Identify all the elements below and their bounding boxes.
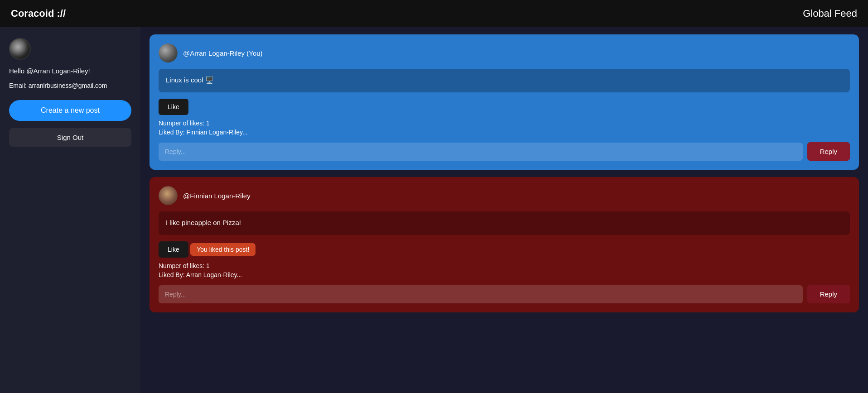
reply-button[interactable]: Reply [807,285,850,303]
main-layout: Hello @Arran Logan-Riley! Email: arranlr… [0,27,868,393]
post-avatar [159,186,178,205]
global-feed: @Arran Logan-Riley (You) Linux is cool 🖥… [140,27,868,393]
liked-by: Liked By: Finnian Logan-Riley... [159,129,850,136]
liked-badge: You liked this post! [190,243,256,256]
post-header: @Arran Logan-Riley (You) [159,43,850,62]
app-title: Coracoid :// [11,8,66,19]
create-new-post-button[interactable]: Create a new post [9,100,131,121]
avatar-person-icon [159,186,178,205]
reply-area: Reply [159,142,850,161]
likes-count: Numper of likes: 1 [159,120,850,127]
avatar-moon-icon [10,39,30,59]
post-card: @Arran Logan-Riley (You) Linux is cool 🖥… [149,34,859,170]
reply-input[interactable] [159,285,803,303]
sidebar-greeting: Hello @Arran Logan-Riley! [9,67,131,75]
post-avatar [159,43,178,62]
post-username: @Arran Logan-Riley (You) [183,49,263,57]
reply-input[interactable] [159,143,803,161]
post-content: I like pineapple on Pizza! [159,211,850,235]
global-feed-label: Global Feed [803,8,857,19]
like-button[interactable]: Like [159,99,188,115]
avatar [9,38,31,60]
sidebar-email: Email: arranlrbusiness@gmail.com [9,82,131,89]
reply-area: Reply [159,285,850,303]
post-content: Linux is cool 🖥️ [159,69,850,92]
post-username: @Finnian Logan-Riley [183,192,251,200]
post-card: @Finnian Logan-Riley I like pineapple on… [149,177,859,312]
sign-out-button[interactable]: Sign Out [9,128,131,147]
like-button[interactable]: Like [159,241,188,258]
sidebar: Hello @Arran Logan-Riley! Email: arranlr… [0,27,140,393]
liked-by: Liked By: Arran Logan-Riley... [159,271,850,278]
reply-button[interactable]: Reply [807,142,850,161]
post-header: @Finnian Logan-Riley [159,186,850,205]
app-header: Coracoid :// Global Feed [0,0,868,27]
avatar-moon-icon [159,43,178,62]
likes-count: Numper of likes: 1 [159,262,850,269]
